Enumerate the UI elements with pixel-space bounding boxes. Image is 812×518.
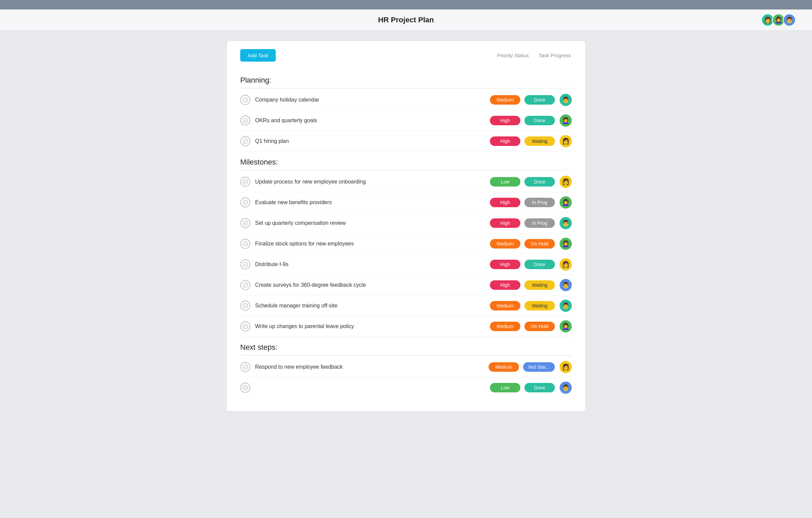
priority-badge: Low — [490, 383, 520, 392]
task-badges: Medium Done — [490, 95, 555, 105]
status-badge: Waiting — [524, 136, 555, 146]
task-row: Schedule manager training off-site Mediu… — [240, 296, 572, 316]
task-checkbox[interactable] — [240, 115, 250, 126]
task-avatar: 👩 — [560, 361, 572, 373]
task-badges: Medium Waiting — [490, 301, 555, 310]
task-checkbox[interactable] — [240, 177, 250, 187]
task-checkbox[interactable] — [240, 136, 250, 146]
task-row: Q1 hiring plan High Waiting 👩 — [240, 131, 572, 152]
task-name: Write up changes to parental leave polic… — [255, 323, 490, 329]
status-badge: In Prog — [524, 198, 555, 207]
task-checkbox[interactable] — [240, 321, 250, 331]
task-avatar: 👩‍🦱 — [560, 238, 572, 250]
task-badges: Medium On Hold — [490, 322, 555, 331]
header: HR Project Plan 👩 👩‍🦱 👨 — [0, 9, 812, 31]
task-row: Set up quarterly compensation review Hig… — [240, 213, 572, 234]
task-name: Respond to new employee feedback — [255, 364, 489, 370]
task-avatar: 👩 — [560, 176, 572, 188]
task-name: Q1 hiring plan — [255, 138, 490, 144]
column-headers: Priority Status Task Progress — [496, 52, 572, 58]
task-name: Evaluate new benefits providers — [255, 199, 490, 206]
task-badges: Low Done — [490, 383, 555, 392]
task-checkbox[interactable] — [240, 259, 250, 269]
task-badges: Medium Not Star... — [489, 362, 555, 372]
task-badges: High Done — [490, 116, 555, 125]
task-row: Distribute I-9s High Done 👩 — [240, 254, 572, 275]
task-checkbox[interactable] — [240, 95, 250, 105]
task-row: Low Done 👨 — [240, 377, 572, 398]
task-avatar: 👨 — [560, 217, 572, 229]
priority-badge: Low — [490, 177, 520, 187]
priority-badge: High — [490, 136, 520, 146]
priority-badge: Medium — [490, 95, 520, 105]
task-badges: High Done — [490, 260, 555, 269]
priority-badge: High — [490, 198, 520, 207]
task-checkbox[interactable] — [240, 218, 250, 228]
priority-badge: High — [490, 260, 520, 269]
task-checkbox[interactable] — [240, 362, 250, 372]
priority-status-header: Priority Status — [496, 52, 530, 58]
task-avatar: 👩‍🦱 — [560, 320, 572, 332]
toolbar: Add Task Priority Status Task Progress — [240, 49, 572, 62]
task-row: OKRs and quarterly goals High Done 👩‍🦱 — [240, 110, 572, 131]
task-checkbox[interactable] — [240, 301, 250, 311]
task-checkbox[interactable] — [240, 239, 250, 249]
task-avatar: 👨 — [560, 382, 572, 394]
status-badge: Done — [524, 177, 555, 187]
task-badges: High Waiting — [490, 136, 555, 146]
status-badge: Done — [524, 260, 555, 269]
status-badge: Waiting — [524, 280, 555, 290]
add-task-button[interactable]: Add Task — [240, 49, 276, 62]
priority-badge: Medium — [490, 301, 520, 310]
status-badge: On Hold — [524, 322, 555, 331]
section-planning-title: Planning: — [240, 70, 572, 88]
task-name: Schedule manager training off-site — [255, 303, 490, 309]
header-avatars: 👩 👩‍🦱 👨 — [761, 14, 796, 26]
task-badges: High In Prog — [490, 198, 555, 207]
section-nextsteps-title: Next steps: — [240, 337, 572, 355]
task-name: Create surveys for 360-degree feedback c… — [255, 282, 490, 288]
task-checkbox[interactable] — [240, 280, 250, 290]
task-avatar: 👩 — [560, 258, 572, 271]
task-row: Respond to new employee feedback Medium … — [240, 357, 572, 377]
task-name: Update process for new employee onboardi… — [255, 179, 490, 185]
status-badge: Not Star... — [523, 362, 555, 372]
top-bar — [0, 0, 812, 9]
task-badges: High In Prog — [490, 218, 555, 228]
task-avatar: 👨 — [560, 279, 572, 291]
task-row: Company holiday calendar Medium Done 👨 — [240, 90, 572, 110]
status-badge: In Prog — [524, 218, 555, 228]
task-progress-header: Task Progress — [538, 52, 572, 58]
task-name: Set up quarterly compensation review — [255, 220, 490, 226]
task-name: OKRs and quarterly goals — [255, 117, 490, 124]
task-checkbox[interactable] — [240, 383, 250, 393]
task-avatar: 👨 — [560, 300, 572, 312]
task-badges: Medium On Hold — [490, 239, 555, 249]
priority-badge: High — [490, 116, 520, 125]
task-avatar: 👩‍🦱 — [560, 114, 572, 127]
status-badge: Done — [524, 116, 555, 125]
section-milestones-title: Milestones: — [240, 152, 572, 170]
task-checkbox[interactable] — [240, 197, 250, 208]
task-badges: Low Done — [490, 177, 555, 187]
task-name: Company holiday calendar — [255, 97, 490, 103]
status-badge: On Hold — [524, 239, 555, 249]
task-row: Finalize stock options for new employees… — [240, 234, 572, 254]
status-badge: Waiting — [524, 301, 555, 310]
task-row: Write up changes to parental leave polic… — [240, 316, 572, 337]
task-avatar: 👩‍🦱 — [560, 196, 572, 209]
task-name: Finalize stock options for new employees — [255, 241, 490, 247]
task-name: Distribute I-9s — [255, 261, 490, 267]
task-avatar: 👨 — [560, 94, 572, 106]
task-avatar: 👩 — [560, 135, 572, 147]
priority-badge: High — [490, 218, 520, 228]
task-row: Update process for new employee onboardi… — [240, 172, 572, 192]
priority-badge: Medium — [490, 322, 520, 331]
main-content: Add Task Priority Status Task Progress P… — [227, 41, 585, 411]
task-badges: High Waiting — [490, 280, 555, 290]
task-row: Evaluate new benefits providers High In … — [240, 192, 572, 213]
task-row: Create surveys for 360-degree feedback c… — [240, 275, 572, 296]
page-title: HR Project Plan — [378, 16, 434, 24]
avatar-3[interactable]: 👨 — [783, 14, 796, 26]
status-badge: Done — [524, 383, 555, 392]
